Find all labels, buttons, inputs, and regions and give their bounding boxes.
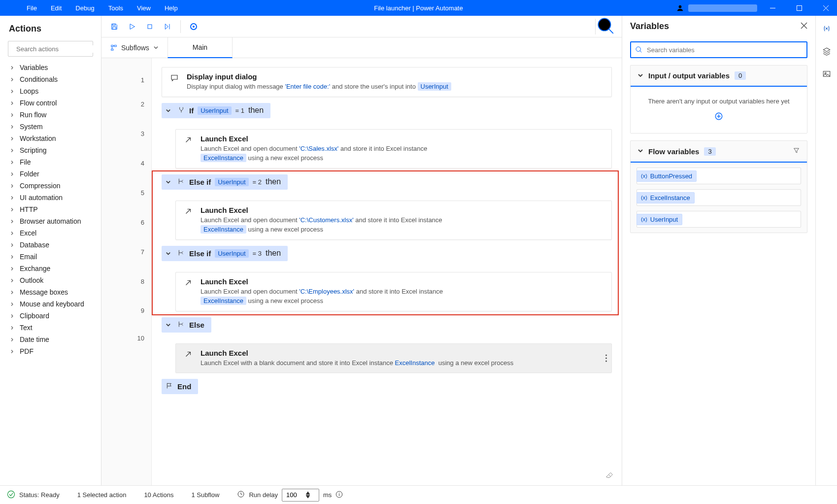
run-delay-control: Run delay ms bbox=[237, 489, 343, 502]
action-category[interactable]: Folder bbox=[6, 168, 99, 180]
flow-step-4-elseif[interactable]: Else if UserInput = 2 then bbox=[162, 174, 612, 195]
variables-search-input[interactable] bbox=[647, 46, 803, 54]
eraser-icon[interactable] bbox=[605, 471, 613, 480]
collapse-icon[interactable] bbox=[166, 179, 173, 185]
flow-step-1[interactable]: Display input dialog Display input dialo… bbox=[162, 67, 612, 97]
flow-step-9-launch[interactable]: Launch Excel Launch Excel with a blank d… bbox=[175, 343, 612, 373]
flow-step-10-end[interactable]: End bbox=[162, 379, 612, 399]
collapse-icon[interactable] bbox=[166, 108, 173, 113]
record-button[interactable] bbox=[186, 19, 201, 34]
info-icon[interactable] bbox=[335, 491, 343, 500]
action-category[interactable]: UI automation bbox=[6, 192, 99, 203]
menu-edit[interactable]: Edit bbox=[44, 1, 68, 15]
action-category[interactable]: Excel bbox=[6, 227, 99, 239]
action-category[interactable]: Compression bbox=[6, 180, 99, 192]
rail-images-button[interactable] bbox=[820, 67, 834, 81]
flow-search-button[interactable] bbox=[595, 19, 617, 34]
action-category[interactable]: Database bbox=[6, 239, 99, 251]
menu-debug[interactable]: Debug bbox=[68, 1, 101, 15]
rail-layers-button[interactable] bbox=[820, 44, 834, 58]
rail-variables-button[interactable] bbox=[820, 22, 834, 35]
flowvar-item[interactable]: (x)ButtonPressed bbox=[636, 168, 801, 184]
svg-rect-10 bbox=[148, 25, 152, 29]
io-variables-section: Input / output variables 0 There aren't … bbox=[630, 65, 807, 134]
flowvars-section-header[interactable]: Flow variables 3 bbox=[631, 141, 807, 163]
minimize-button[interactable] bbox=[761, 0, 784, 16]
action-category[interactable]: System bbox=[6, 121, 99, 133]
action-category[interactable]: Loops bbox=[6, 85, 99, 97]
action-category[interactable]: Flow control bbox=[6, 97, 99, 109]
action-category[interactable]: Exchange bbox=[6, 263, 99, 274]
add-io-variable-button[interactable] bbox=[637, 112, 800, 122]
action-category[interactable]: Browser automation bbox=[6, 215, 99, 227]
chevron-right-icon bbox=[10, 125, 16, 129]
action-category[interactable]: Workstation bbox=[6, 133, 99, 144]
category-label: Clipboard bbox=[20, 312, 49, 320]
close-button[interactable] bbox=[814, 0, 837, 16]
io-empty-text: There aren't any input or output variabl… bbox=[637, 98, 800, 105]
actions-search[interactable] bbox=[8, 41, 93, 57]
collapse-icon[interactable] bbox=[166, 322, 173, 328]
flow-step-7-launch[interactable]: Launch Excel Launch Excel and open docum… bbox=[175, 272, 612, 311]
close-variables-button[interactable] bbox=[801, 22, 807, 31]
flow-step-2-if[interactable]: If UserInput = 1 then bbox=[162, 103, 612, 123]
actions-search-input[interactable] bbox=[16, 45, 99, 53]
variables-search[interactable] bbox=[630, 41, 807, 58]
filter-button[interactable] bbox=[793, 147, 800, 156]
flow-step-8-else[interactable]: Else bbox=[162, 317, 612, 337]
menu-tools[interactable]: Tools bbox=[101, 1, 130, 15]
svg-point-0 bbox=[679, 5, 682, 8]
action-category[interactable]: Clipboard bbox=[6, 310, 99, 322]
menu-file[interactable]: File bbox=[20, 1, 44, 15]
actions-list[interactable]: VariablesConditionalsLoopsFlow controlRu… bbox=[0, 62, 101, 485]
category-label: Date time bbox=[20, 336, 49, 343]
flowvar-item[interactable]: (x)ExcelInstance bbox=[636, 189, 801, 206]
action-category[interactable]: Email bbox=[6, 251, 99, 263]
collapse-icon[interactable] bbox=[166, 251, 173, 256]
stop-button[interactable] bbox=[142, 19, 158, 34]
svg-marker-29 bbox=[306, 492, 310, 495]
action-category[interactable]: Text bbox=[6, 322, 99, 334]
action-category[interactable]: HTTP bbox=[6, 203, 99, 215]
subflows-dropdown[interactable]: Subflows bbox=[101, 44, 167, 52]
flow-body[interactable]: 12345678910 Display input dialog Display… bbox=[101, 58, 622, 485]
category-label: Conditionals bbox=[20, 75, 58, 83]
status-text: Status: Ready bbox=[19, 491, 60, 499]
more-actions-button[interactable] bbox=[605, 354, 607, 362]
account-icon[interactable] bbox=[676, 4, 684, 12]
action-category[interactable]: Variables bbox=[6, 62, 99, 73]
run-button[interactable] bbox=[124, 19, 140, 34]
flow-step-3-launch[interactable]: Launch Excel Launch Excel and open docum… bbox=[175, 129, 612, 168]
chevron-right-icon bbox=[10, 184, 16, 188]
action-category[interactable]: Date time bbox=[6, 334, 99, 345]
chevron-right-icon bbox=[10, 136, 16, 141]
category-label: Variables bbox=[20, 64, 48, 71]
window-title: File launcher | Power Automate bbox=[374, 4, 463, 12]
flow-step-5-launch[interactable]: Launch Excel Launch Excel and open docum… bbox=[175, 201, 612, 240]
run-delay-spinner[interactable] bbox=[282, 489, 319, 502]
action-category[interactable]: Conditionals bbox=[6, 73, 99, 85]
menu-help[interactable]: Help bbox=[158, 1, 185, 15]
action-category[interactable]: Run flow bbox=[6, 109, 99, 121]
line-gutter: 12345678910 bbox=[101, 58, 152, 485]
step-button[interactable] bbox=[160, 19, 175, 34]
category-label: Scripting bbox=[20, 146, 46, 154]
action-category[interactable]: Mouse and keyboard bbox=[6, 298, 99, 310]
action-category[interactable]: Message boxes bbox=[6, 286, 99, 298]
action-category[interactable]: PDF bbox=[6, 345, 99, 357]
spinner-down[interactable] bbox=[306, 495, 310, 498]
maximize-button[interactable] bbox=[788, 0, 810, 16]
flowvar-item[interactable]: (x)UserInput bbox=[636, 211, 801, 228]
menu-view[interactable]: View bbox=[130, 1, 158, 15]
spinner-up[interactable] bbox=[306, 492, 310, 495]
io-count-badge: 0 bbox=[735, 71, 746, 80]
tab-main[interactable]: Main bbox=[167, 37, 233, 58]
flag-icon bbox=[166, 382, 173, 391]
action-category[interactable]: File bbox=[6, 156, 99, 168]
flow-step-6-elseif[interactable]: Else if UserInput = 3 then bbox=[162, 246, 612, 266]
io-section-header[interactable]: Input / output variables 0 bbox=[631, 66, 807, 87]
save-button[interactable] bbox=[106, 19, 122, 34]
run-delay-input[interactable] bbox=[286, 491, 306, 499]
action-category[interactable]: Outlook bbox=[6, 274, 99, 286]
action-category[interactable]: Scripting bbox=[6, 144, 99, 156]
